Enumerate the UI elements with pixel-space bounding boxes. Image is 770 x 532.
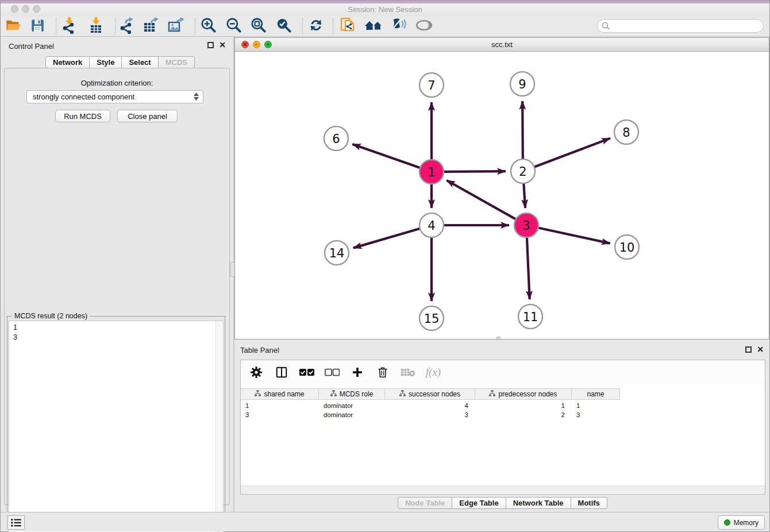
edge-2-9[interactable] — [522, 101, 523, 160]
unselect-all-columns-button[interactable] — [324, 365, 341, 380]
criterion-dropdown[interactable]: strongly connected component — [26, 90, 203, 103]
table-row[interactable]: 1dominator411 — [241, 401, 620, 410]
table-row[interactable]: 3dominator323 — [241, 410, 620, 419]
birds-eye-button[interactable] — [414, 18, 434, 35]
export-image-button[interactable] — [166, 18, 186, 35]
cell-predecessor-nodes[interactable]: 2 — [475, 410, 572, 419]
export-table-button[interactable] — [141, 18, 160, 35]
zoom-selected-button[interactable] — [274, 18, 294, 35]
zoom-fit-button[interactable] — [249, 18, 268, 35]
tab-network-table[interactable]: Network Table — [506, 497, 571, 509]
graph-node-11[interactable]: 11 — [518, 304, 542, 329]
tab-mcds[interactable]: MCDS — [159, 56, 195, 68]
delete-column-button[interactable] — [374, 365, 391, 380]
function-builder-button-disabled[interactable]: f(x) — [425, 365, 442, 380]
node-table-container: f(x) shared nameMCDS rolesuccessor nodes… — [240, 360, 765, 495]
checked-boxes-icon — [299, 368, 314, 376]
cell-name[interactable]: 1 — [572, 401, 620, 410]
memory-button[interactable]: Memory — [718, 515, 765, 530]
tab-select[interactable]: Select — [122, 56, 158, 68]
cell-shared-name[interactable]: 3 — [241, 410, 319, 419]
column-header-shared-name[interactable]: shared name — [241, 389, 319, 399]
open-session-button[interactable] — [3, 18, 23, 35]
control-panel-tabs: NetworkStyleSelectMCDS — [45, 56, 195, 68]
graph-node-2[interactable]: 2 — [511, 159, 535, 183]
mcds-result-area[interactable]: 1 3 — [9, 321, 224, 532]
close-panel-icon[interactable]: ✕ — [219, 41, 226, 49]
cell-MCDS-role[interactable]: dominator — [319, 401, 385, 410]
result-scrollbar[interactable] — [215, 321, 223, 532]
edge-4-14[interactable] — [353, 229, 421, 248]
criterion-value: strongly connected component — [33, 92, 134, 101]
cell-name[interactable]: 3 — [572, 410, 620, 419]
export-network-button[interactable] — [116, 18, 136, 35]
close-panel-button[interactable]: Close panel — [117, 110, 178, 122]
column-header-successor-nodes[interactable]: successor nodes — [385, 389, 475, 399]
column-header-predecessor-nodes[interactable]: predecessor nodes — [475, 389, 572, 399]
edge-2-8[interactable] — [534, 138, 610, 167]
mcds-tab-content: Optimization criterion: strongly connect… — [4, 68, 230, 505]
float-table-panel-icon[interactable] — [745, 346, 752, 353]
run-mcds-button[interactable]: Run MCDS — [55, 110, 110, 122]
zoom-in-button[interactable] — [199, 18, 218, 35]
import-network-button[interactable] — [59, 18, 78, 35]
tab-style[interactable]: Style — [90, 56, 122, 68]
column-header-name[interactable]: name — [572, 389, 620, 399]
network-canvas[interactable]: 1234678910111415 — [235, 52, 769, 339]
table-panel-tabs: Node TableEdge TableNetwork TableMotifs — [234, 497, 770, 509]
tab-motifs[interactable]: Motifs — [571, 497, 607, 509]
network-window-titlebar[interactable]: ✕ − + scc.txt — [235, 38, 769, 52]
tab-edge-table[interactable]: Edge Table — [452, 497, 506, 509]
graph-node-14[interactable]: 14 — [325, 241, 349, 265]
graph-node-8[interactable]: 8 — [614, 120, 638, 144]
cell-successor-nodes[interactable]: 3 — [385, 410, 475, 419]
hide-graphics-details-button[interactable] — [388, 18, 408, 35]
zoom-out-button[interactable] — [224, 18, 244, 35]
optimization-criterion-label: Optimization criterion: — [5, 79, 229, 87]
canvas-scroll-handle[interactable] — [496, 337, 500, 340]
delete-table-button-disabled[interactable] — [399, 365, 417, 380]
column-label: predecessor nodes — [498, 390, 557, 398]
toggle-column-panel-button[interactable] — [273, 365, 290, 380]
task-history-button[interactable] — [7, 515, 25, 530]
window-title: Session: New Session — [1, 5, 769, 14]
table-settings-button[interactable] — [248, 365, 265, 380]
table-horizontal-scrollbar[interactable] — [241, 485, 765, 494]
float-panel-icon[interactable] — [207, 42, 214, 48]
eye-icon — [415, 18, 433, 35]
zoom-in-icon — [200, 17, 217, 36]
graph-node-15[interactable]: 15 — [419, 306, 444, 330]
close-table-panel-icon[interactable]: ✕ — [757, 346, 764, 353]
cell-MCDS-role[interactable]: dominator — [319, 410, 385, 419]
cell-successor-nodes[interactable]: 4 — [385, 401, 475, 410]
import-table-button[interactable] — [86, 18, 106, 35]
graph-node-10[interactable]: 10 — [615, 235, 639, 259]
tab-network[interactable]: Network — [45, 56, 90, 68]
edge-1-2[interactable] — [443, 171, 506, 172]
graph-node-3[interactable]: 3 — [514, 213, 538, 237]
graph-node-6[interactable]: 6 — [324, 126, 348, 151]
edge-2-3[interactable] — [523, 183, 525, 208]
search-field[interactable] — [597, 19, 764, 33]
search-input[interactable] — [610, 20, 763, 32]
refresh-layout-button[interactable] — [306, 18, 326, 35]
create-column-button[interactable] — [349, 365, 366, 380]
edge-3-10[interactable] — [538, 228, 610, 243]
new-network-from-selection-button[interactable] — [338, 18, 358, 35]
graph-node-4[interactable]: 4 — [419, 213, 444, 237]
column-header-MCDS-role[interactable]: MCDS role — [319, 389, 385, 399]
tab-node-table[interactable]: Node Table — [398, 497, 452, 509]
houses-button[interactable] — [364, 18, 383, 35]
graph-node-9[interactable]: 9 — [510, 72, 534, 96]
save-session-button[interactable] — [28, 18, 47, 35]
edge-1-6[interactable] — [352, 144, 421, 168]
cell-shared-name[interactable]: 1 — [241, 401, 319, 410]
mcds-result-title: MCDS result (2 nodes) — [12, 312, 90, 320]
graph-node-1[interactable]: 1 — [419, 160, 444, 184]
edge-3-11[interactable] — [527, 237, 530, 299]
cell-predecessor-nodes[interactable]: 1 — [475, 401, 572, 410]
import-table-icon — [87, 17, 105, 36]
edge-3-1[interactable] — [446, 180, 516, 219]
select-all-columns-button[interactable] — [298, 365, 315, 380]
graph-node-7[interactable]: 7 — [419, 73, 444, 97]
